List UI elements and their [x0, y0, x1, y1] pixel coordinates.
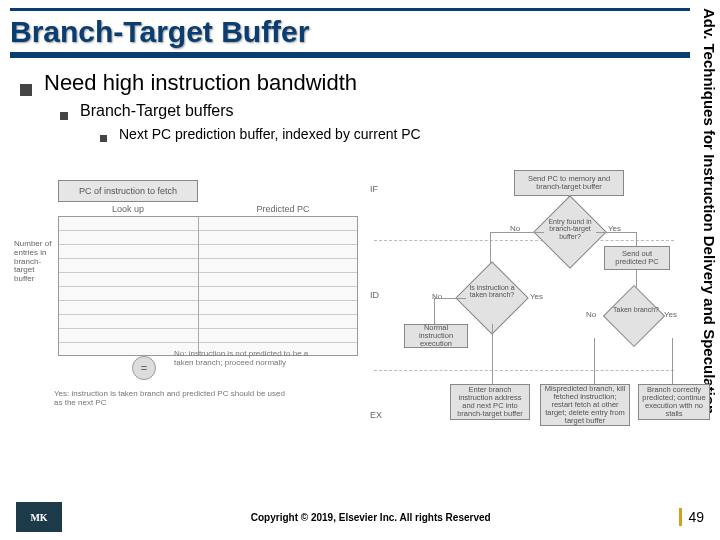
- flow-edge: [490, 232, 544, 233]
- flow-edge: [636, 232, 637, 246]
- title-rule-top: [10, 8, 690, 11]
- match-no-text: No: instruction is not predicted to be a…: [174, 350, 324, 368]
- stage-divider: [374, 370, 674, 371]
- flow-send-predicted: Send out predicted PC: [604, 246, 670, 270]
- stage-divider: [374, 240, 674, 241]
- flow-edge: [594, 338, 595, 384]
- bullet-level-2: Next PC prediction buffer, indexed by cu…: [14, 126, 688, 142]
- flowchart: IF ID EX Send PC to memory and branch-ta…: [394, 170, 688, 476]
- bullet-icon: [100, 135, 107, 142]
- flow-diamond-taken2: [603, 285, 665, 347]
- flow-ex3: Branch correctly predicted; continue exe…: [638, 384, 710, 420]
- page-number-value: 49: [688, 509, 704, 525]
- flow-diamond-taken2-label: Taken branch?: [608, 306, 664, 313]
- bullet-text: Branch-Target buffers: [80, 102, 234, 120]
- entries-label: Number of entries in branch-target buffe…: [14, 240, 56, 284]
- col-predicted-label: Predicted PC: [208, 204, 358, 214]
- slide-title: Branch-Target Buffer: [10, 13, 690, 52]
- match-yes-text: Yes: instruction is taken branch and pre…: [54, 390, 294, 408]
- bullet-text: Need high instruction bandwidth: [44, 70, 357, 96]
- flow-edge: [596, 232, 636, 233]
- stage-ex-label: EX: [370, 410, 382, 420]
- copyright-text: Copyright © 2019, Elsevier Inc. All righ…: [251, 512, 491, 523]
- flow-ex1: Enter branch instruction address and nex…: [450, 384, 530, 420]
- flow-edge: [434, 298, 466, 299]
- edge-yes: Yes: [530, 292, 543, 301]
- flow-edge: [434, 298, 435, 324]
- flow-edge: [672, 338, 673, 384]
- flow-edge: [492, 324, 493, 384]
- title-area: Branch-Target Buffer: [10, 8, 690, 58]
- edge-yes: Yes: [664, 310, 677, 319]
- title-rule-bottom: [10, 52, 690, 58]
- publisher-logo: MK: [16, 502, 62, 532]
- content-area: Need high instruction bandwidth Branch-T…: [14, 70, 688, 148]
- stage-id-label: ID: [370, 290, 379, 300]
- bullet-text: Next PC prediction buffer, indexed by cu…: [119, 126, 421, 142]
- table-body: [58, 216, 358, 356]
- page-number-accent: [679, 508, 682, 526]
- bullet-icon: [60, 112, 68, 120]
- col-lookup-label: Look up: [58, 204, 198, 214]
- bullet-icon: [20, 84, 32, 96]
- flow-diamond-entry-label: Entry found in branch-target buffer?: [542, 218, 598, 240]
- page-number: 49: [679, 508, 704, 526]
- match-comparator: =: [132, 356, 156, 380]
- diagram-area: Number of entries in branch-target buffe…: [14, 170, 688, 476]
- btb-table: PC of instruction to fetch Look up Predi…: [58, 180, 358, 356]
- edge-no: No: [586, 310, 596, 319]
- flow-diamond-taken-label: Is instruction a taken branch?: [464, 284, 520, 299]
- flow-normal-exec: Normal instruction execution: [404, 324, 468, 348]
- stage-if-label: IF: [370, 184, 378, 194]
- footer: MK Copyright © 2019, Elsevier Inc. All r…: [0, 502, 720, 532]
- flow-top-box: Send PC to memory and branch-target buff…: [514, 170, 624, 196]
- flow-ex2: Mispredicted branch, kill fetched instru…: [540, 384, 630, 426]
- table-pc-header: PC of instruction to fetch: [58, 180, 198, 202]
- bullet-level-1: Branch-Target buffers: [14, 102, 688, 120]
- bullet-level-0: Need high instruction bandwidth: [14, 70, 688, 96]
